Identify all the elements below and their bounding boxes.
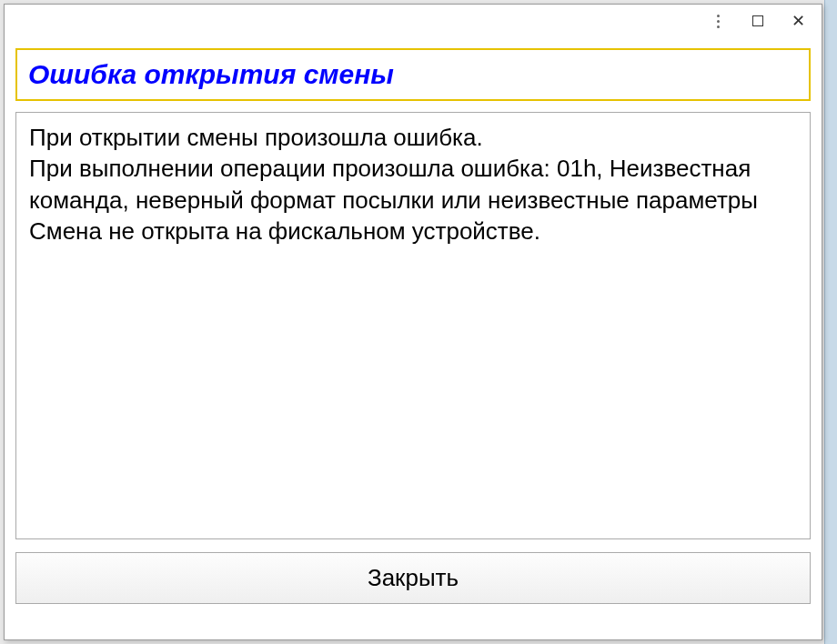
more-button[interactable] [698,7,738,35]
error-title: Ошибка открытия смены [28,59,798,90]
more-icon [717,15,720,28]
error-message: При открытии смены произошла ошибка. При… [29,122,797,247]
close-icon: ✕ [792,13,805,29]
dialog-body: Ошибка открытия смены При открытии смены… [5,37,822,615]
window-close-button[interactable]: ✕ [778,7,818,35]
titlebar: ✕ [5,5,822,37]
maximize-button[interactable] [738,7,778,35]
maximize-icon [752,15,763,26]
backdrop-side [824,0,837,644]
dialog-window: ✕ Ошибка открытия смены При открытии сме… [4,4,822,640]
close-button[interactable]: Закрыть [15,552,811,604]
error-message-container: При открытии смены произошла ошибка. При… [15,112,811,539]
error-title-container: Ошибка открытия смены [15,48,811,101]
